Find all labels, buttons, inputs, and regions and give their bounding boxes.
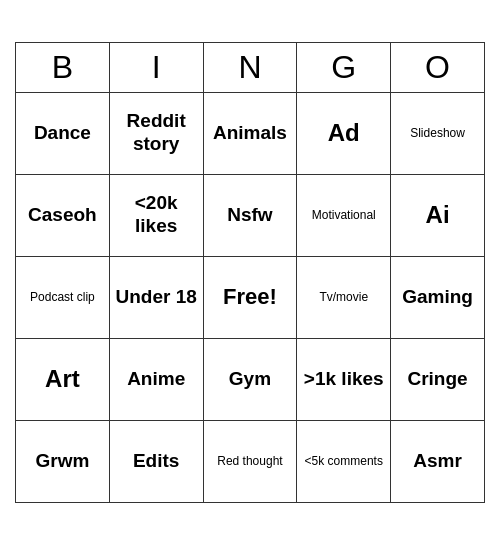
bingo-card: BINGO DanceReddit storyAnimalsAdSlidesho… (15, 42, 485, 503)
bingo-cell-r3-c3: >1k likes (297, 338, 391, 420)
bingo-cell-r2-c0: Podcast clip (16, 256, 110, 338)
header-letter-g: G (297, 42, 391, 92)
bingo-cell-r3-c2: Gym (203, 338, 297, 420)
bingo-header: BINGO (16, 42, 485, 92)
bingo-cell-r1-c2: Nsfw (203, 174, 297, 256)
bingo-cell-r2-c2: Free! (203, 256, 297, 338)
bingo-row-4: GrwmEditsRed thought<5k commentsAsmr (16, 420, 485, 502)
bingo-cell-r1-c0: Caseoh (16, 174, 110, 256)
header-letter-i: I (109, 42, 203, 92)
bingo-row-2: Podcast clipUnder 18Free!Tv/movieGaming (16, 256, 485, 338)
bingo-cell-r2-c1: Under 18 (109, 256, 203, 338)
bingo-cell-r3-c1: Anime (109, 338, 203, 420)
bingo-cell-r3-c4: Cringe (391, 338, 485, 420)
bingo-cell-r1-c4: Ai (391, 174, 485, 256)
bingo-row-3: ArtAnimeGym>1k likesCringe (16, 338, 485, 420)
bingo-cell-r0-c0: Dance (16, 92, 110, 174)
bingo-cell-r0-c3: Ad (297, 92, 391, 174)
bingo-cell-r2-c3: Tv/movie (297, 256, 391, 338)
bingo-cell-r0-c1: Reddit story (109, 92, 203, 174)
bingo-row-1: Caseoh<20k likesNsfwMotivationalAi (16, 174, 485, 256)
bingo-cell-r1-c1: <20k likes (109, 174, 203, 256)
bingo-cell-r4-c2: Red thought (203, 420, 297, 502)
bingo-row-0: DanceReddit storyAnimalsAdSlideshow (16, 92, 485, 174)
bingo-cell-r2-c4: Gaming (391, 256, 485, 338)
bingo-cell-r4-c0: Grwm (16, 420, 110, 502)
header-letter-n: N (203, 42, 297, 92)
bingo-cell-r4-c4: Asmr (391, 420, 485, 502)
bingo-cell-r4-c3: <5k comments (297, 420, 391, 502)
bingo-cell-r3-c0: Art (16, 338, 110, 420)
header-letter-o: O (391, 42, 485, 92)
bingo-cell-r1-c3: Motivational (297, 174, 391, 256)
bingo-cell-r4-c1: Edits (109, 420, 203, 502)
header-letter-b: B (16, 42, 110, 92)
bingo-cell-r0-c4: Slideshow (391, 92, 485, 174)
bingo-cell-r0-c2: Animals (203, 92, 297, 174)
